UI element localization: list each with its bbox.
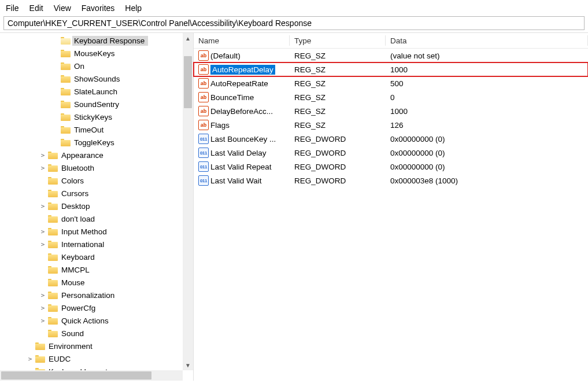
tree-item-label: Appearance bbox=[60, 150, 107, 160]
scroll-thumb[interactable] bbox=[184, 56, 192, 108]
reg-sz-icon: ab bbox=[198, 120, 209, 130]
tree-item[interactable]: don't load bbox=[0, 212, 193, 225]
chevron-right-icon[interactable]: > bbox=[38, 202, 47, 210]
value-row[interactable]: 011Last Valid RepeatREG_DWORD0x00000000 … bbox=[194, 160, 588, 174]
column-type[interactable]: Type bbox=[290, 33, 386, 48]
menu-view[interactable]: View bbox=[54, 3, 71, 13]
value-row[interactable]: abDelayBeforeAcc...REG_SZ1000 bbox=[194, 104, 588, 118]
value-type: REG_DWORD bbox=[290, 163, 386, 171]
tree-item-label: Desktop bbox=[60, 201, 94, 211]
value-name: Last Valid Wait bbox=[210, 176, 262, 185]
value-row[interactable]: 011Last Valid DelayREG_DWORD0x00000000 (… bbox=[194, 146, 588, 160]
tree-item[interactable]: >International bbox=[0, 238, 193, 251]
value-type: REG_DWORD bbox=[290, 149, 386, 157]
folder-icon bbox=[61, 126, 71, 134]
tree-item[interactable]: ToggleKeys bbox=[0, 136, 193, 149]
tree-item-label: Sound bbox=[60, 329, 87, 338]
tree-item[interactable]: >PowerCfg bbox=[0, 301, 193, 314]
values-list[interactable]: ab(Default)REG_SZ(value not set)abAutoRe… bbox=[194, 49, 588, 187]
chevron-right-icon[interactable]: > bbox=[38, 228, 47, 235]
folder-icon bbox=[48, 164, 58, 172]
tree-item-label: Bluetooth bbox=[60, 163, 98, 173]
chevron-right-icon[interactable]: > bbox=[38, 164, 47, 172]
tree-item[interactable]: ShowSounds bbox=[0, 72, 193, 85]
value-data: 0x000003e8 (1000) bbox=[386, 176, 588, 185]
tree-item[interactable]: On bbox=[0, 60, 193, 72]
tree-item-label: MMCPL bbox=[60, 265, 93, 275]
chevron-right-icon[interactable]: > bbox=[38, 241, 47, 248]
reg-sz-icon: ab bbox=[198, 64, 209, 75]
tree-item-label: Mouse bbox=[60, 278, 88, 288]
tree-item[interactable]: Keyboard Response bbox=[0, 34, 193, 47]
value-type: REG_SZ bbox=[290, 121, 386, 130]
address-bar[interactable]: Computer\HKEY_CURRENT_USER\Control Panel… bbox=[3, 16, 585, 30]
folder-icon bbox=[48, 227, 58, 235]
tree-item[interactable]: SlateLaunch bbox=[0, 85, 193, 98]
tree-item[interactable]: TimeOut bbox=[0, 123, 193, 136]
column-data[interactable]: Data bbox=[386, 33, 588, 48]
value-type: REG_SZ bbox=[290, 51, 386, 60]
menu-help[interactable]: Help bbox=[125, 3, 142, 13]
chevron-right-icon[interactable]: > bbox=[38, 292, 47, 299]
folder-icon bbox=[35, 342, 45, 350]
value-data: 0x00000000 (0) bbox=[386, 163, 588, 171]
chevron-right-icon[interactable]: > bbox=[38, 304, 47, 312]
tree-item[interactable]: >Input Method bbox=[0, 225, 193, 238]
scroll-up-icon[interactable]: ▲ bbox=[183, 33, 193, 43]
column-name[interactable]: Name bbox=[194, 33, 290, 48]
tree-vertical-scrollbar[interactable]: ▲ ▼ bbox=[183, 33, 193, 370]
value-row[interactable]: abAutoRepeatRateREG_SZ500 bbox=[194, 76, 588, 90]
tree-item[interactable]: >Personalization bbox=[0, 289, 193, 301]
value-name: AutoRepeatDelay bbox=[210, 65, 275, 75]
tree-item[interactable]: Sound bbox=[0, 327, 193, 340]
scroll-thumb[interactable] bbox=[1, 371, 151, 380]
value-name: DelayBeforeAcc... bbox=[210, 107, 273, 116]
registry-tree[interactable]: Keyboard ResponseMouseKeysOnShowSoundsSl… bbox=[0, 33, 193, 381]
chevron-right-icon[interactable]: > bbox=[38, 317, 47, 325]
value-name: Last Valid Repeat bbox=[210, 163, 272, 171]
menu-favorites[interactable]: Favorites bbox=[82, 3, 115, 13]
value-data: 500 bbox=[386, 79, 588, 88]
tree-item-label: On bbox=[72, 61, 88, 71]
tree-item-label: Colors bbox=[60, 176, 87, 186]
value-row[interactable]: abFlagsREG_SZ126 bbox=[194, 118, 588, 132]
value-row[interactable]: abAutoRepeatDelayREG_SZ1000 bbox=[194, 62, 588, 76]
value-data: 1000 bbox=[386, 65, 588, 74]
tree-item[interactable]: >EUDC bbox=[0, 352, 193, 365]
tree-item[interactable]: >Bluetooth bbox=[0, 161, 193, 174]
folder-icon bbox=[48, 316, 58, 325]
menu-file[interactable]: File bbox=[6, 3, 19, 13]
tree-item[interactable]: >Desktop bbox=[0, 200, 193, 212]
tree-item[interactable]: SoundSentry bbox=[0, 98, 193, 111]
folder-icon bbox=[61, 75, 71, 83]
folder-icon bbox=[48, 176, 58, 185]
tree-item[interactable]: Cursors bbox=[0, 187, 193, 200]
tree-item[interactable]: >Appearance bbox=[0, 149, 193, 161]
tree-item[interactable]: Keyboard bbox=[0, 251, 193, 263]
value-type: REG_DWORD bbox=[290, 135, 386, 143]
value-row[interactable]: abBounceTimeREG_SZ0 bbox=[194, 90, 588, 104]
tree-item-label: SoundSentry bbox=[72, 100, 123, 109]
tree-item[interactable]: MouseKeys bbox=[0, 47, 193, 60]
chevron-right-icon[interactable]: > bbox=[38, 152, 47, 159]
value-row[interactable]: 011Last BounceKey ...REG_DWORD0x00000000… bbox=[194, 132, 588, 146]
value-row[interactable]: 011Last Valid WaitREG_DWORD0x000003e8 (1… bbox=[194, 174, 588, 187]
scroll-down-icon[interactable]: ▼ bbox=[183, 360, 193, 370]
folder-icon bbox=[61, 100, 71, 108]
tree-item-label: Keyboard bbox=[60, 252, 98, 262]
tree-item-label: ToggleKeys bbox=[72, 138, 118, 148]
tree-item-label: Input Method bbox=[60, 227, 110, 237]
tree-item[interactable]: StickyKeys bbox=[0, 111, 193, 123]
value-row[interactable]: ab(Default)REG_SZ(value not set) bbox=[194, 49, 588, 62]
tree-horizontal-scrollbar[interactable] bbox=[0, 370, 183, 381]
value-data: (value not set) bbox=[386, 51, 588, 60]
tree-item[interactable]: >Quick Actions bbox=[0, 314, 193, 327]
tree-item-label: TimeOut bbox=[72, 125, 107, 135]
chevron-right-icon[interactable]: > bbox=[25, 355, 35, 363]
tree-item[interactable]: Environment bbox=[0, 340, 193, 352]
menu-edit[interactable]: Edit bbox=[29, 3, 43, 13]
tree-item[interactable]: MMCPL bbox=[0, 263, 193, 276]
tree-item[interactable]: Mouse bbox=[0, 276, 193, 289]
menubar: File Edit View Favorites Help bbox=[0, 0, 588, 15]
tree-item[interactable]: Colors bbox=[0, 174, 193, 187]
